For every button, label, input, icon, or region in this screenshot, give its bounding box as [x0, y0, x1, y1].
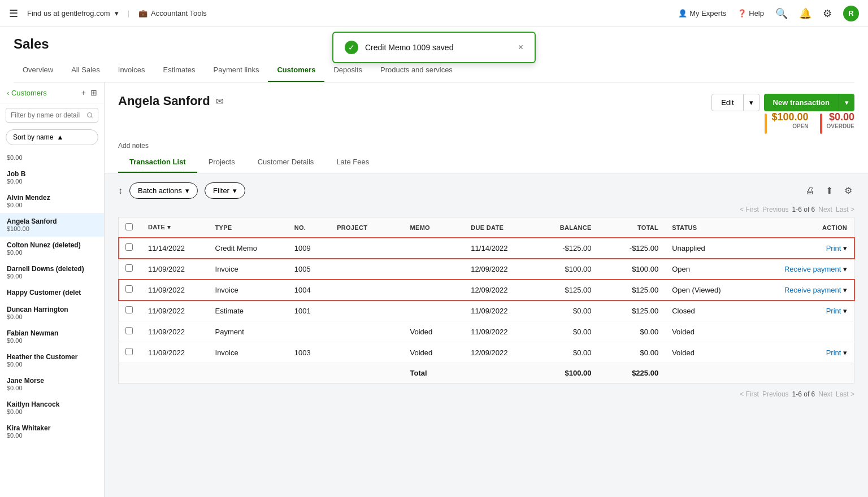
list-view-icon[interactable]: ⊞ — [90, 88, 97, 97]
row-2-receive-payment-link[interactable]: Receive payment — [784, 265, 841, 273]
batch-actions-button[interactable]: Batch actions ▾ — [129, 182, 198, 199]
tab-payment-links[interactable]: Payment links — [205, 59, 268, 82]
filter-button[interactable]: Filter ▾ — [205, 182, 245, 199]
pagination-bottom: < First Previous 1-6 of 6 Next Last > — [118, 383, 854, 398]
hamburger-icon[interactable]: ☰ — [9, 7, 18, 20]
select-all-checkbox[interactable] — [125, 223, 133, 230]
row-5-checkbox[interactable] — [125, 327, 133, 334]
export-icon-button[interactable]: ⬆ — [823, 183, 835, 198]
edit-dropdown-button[interactable]: ▾ — [744, 94, 760, 111]
tab-customer-details[interactable]: Customer Details — [246, 152, 326, 173]
row-checkbox-cell — [119, 280, 141, 300]
row-2-duedate: 12/09/2022 — [464, 259, 531, 280]
row-2-balance: $100.00 — [531, 259, 598, 280]
row-2-action-chevron[interactable]: ▾ — [843, 265, 847, 273]
last-page-bottom-link[interactable]: Last > — [836, 390, 854, 398]
previous-page-link[interactable]: Previous — [762, 206, 789, 213]
sidebar-item-colton-nunez[interactable]: Colton Nunez (deleted) $0.00 — [0, 237, 104, 260]
tab-all-sales[interactable]: All Sales — [62, 59, 109, 82]
row-1-checkbox[interactable] — [125, 243, 133, 251]
row-6-checkbox[interactable] — [125, 348, 133, 355]
next-page-link[interactable]: Next — [818, 206, 832, 213]
edit-button[interactable]: Edit — [711, 94, 743, 111]
row-6-action-chevron[interactable]: ▾ — [843, 348, 847, 357]
customers-back-link[interactable]: ‹ Customers — [7, 89, 47, 97]
tab-estimates[interactable]: Estimates — [154, 59, 204, 82]
row-2-status: Open — [665, 259, 744, 280]
customers-sidebar: ‹ Customers + ⊞ Sort by name ▲ $0.00 Job… — [0, 82, 105, 497]
search-input[interactable] — [6, 108, 98, 123]
batch-actions-label: Batch actions — [138, 186, 182, 195]
settings-icon[interactable]: ⚙ — [823, 7, 832, 20]
add-notes-link[interactable]: Add notes — [118, 135, 149, 154]
row-3-no: 1004 — [288, 280, 330, 300]
settings-icon-button[interactable]: ⚙ — [842, 183, 854, 198]
tab-invoices[interactable]: Invoices — [109, 59, 154, 82]
notification-icon[interactable]: 🔔 — [799, 7, 811, 20]
tab-overview[interactable]: Overview — [14, 59, 62, 82]
sidebar-item-fabian-newman[interactable]: Fabian Newman $0.00 — [0, 325, 104, 348]
row-5-status: Voided — [665, 321, 744, 342]
toast-close-button[interactable]: × — [518, 42, 523, 53]
sidebar-item-darnell-downs[interactable]: Darnell Downs (deleted) $0.00 — [0, 260, 104, 284]
col-date-header[interactable]: DATE ▾ — [141, 217, 209, 238]
row-3-action-chevron[interactable]: ▾ — [843, 286, 847, 294]
row-4-no: 1001 — [288, 300, 330, 321]
first-page-link[interactable]: < First — [740, 206, 759, 213]
row-4-project — [330, 300, 403, 321]
next-page-bottom-link[interactable]: Next — [818, 390, 832, 398]
sidebar-item-alvin-mendez[interactable]: Alvin Mendez $0.00 — [0, 189, 104, 213]
row-4-action-chevron[interactable]: ▾ — [843, 307, 847, 315]
tab-customers[interactable]: Customers — [268, 59, 324, 82]
row-2-checkbox[interactable] — [125, 264, 133, 272]
row-3-status: Open (Viewed) — [665, 280, 744, 300]
sidebar-item-angela-sanford[interactable]: Angela Sanford $100.00 — [0, 213, 104, 237]
sidebar-item-duncan-harrington[interactable]: Duncan Harrington $0.00 — [0, 301, 104, 325]
open-amount: $100.00 — [771, 111, 808, 123]
total-empty-2 — [141, 363, 209, 383]
tab-late-fees[interactable]: Late Fees — [325, 152, 380, 173]
brand-selector[interactable]: Find us at gentlefrog.com ▾ — [27, 9, 119, 18]
last-page-link[interactable]: Last > — [836, 206, 854, 213]
sidebar-item-jane-morse[interactable]: Jane Morse $0.00 — [0, 372, 104, 396]
tab-projects[interactable]: Projects — [197, 152, 246, 173]
accountant-tools-link[interactable]: 💼 Accountant Tools — [138, 9, 207, 18]
add-customer-icon[interactable]: + — [81, 88, 86, 97]
row-2-no: 1005 — [288, 259, 330, 280]
sidebar-item-kira-whitaker[interactable]: Kira Whitaker $0.00 — [0, 420, 104, 443]
new-transaction-button[interactable]: New transaction — [764, 94, 839, 111]
email-icon[interactable]: ✉ — [216, 96, 223, 107]
row-1-action-chevron[interactable]: ▾ — [843, 244, 847, 252]
sidebar-header: ‹ Customers + ⊞ — [0, 82, 104, 103]
row-5-no — [288, 321, 330, 342]
sort-direction-icon[interactable]: ↕ — [118, 186, 123, 196]
help-link[interactable]: ❓ Help — [737, 9, 764, 18]
total-empty-4 — [288, 363, 330, 383]
my-experts-link[interactable]: 👤 My Experts — [678, 9, 726, 18]
sidebar-item-job-b[interactable]: Job B $0.00 — [0, 165, 104, 189]
previous-page-bottom-link[interactable]: Previous — [762, 390, 789, 398]
row-3-receive-payment-link[interactable]: Receive payment — [784, 286, 841, 294]
row-4-checkbox[interactable] — [125, 306, 133, 313]
row-6-print-link[interactable]: Print — [826, 348, 841, 357]
sidebar-item-heather[interactable]: Heather the Customer $0.00 — [0, 348, 104, 372]
search-icon[interactable]: 🔍 — [775, 7, 788, 20]
briefcase-icon: 💼 — [138, 9, 147, 18]
first-page-bottom-link[interactable]: < First — [740, 390, 759, 398]
row-4-print-link[interactable]: Print — [826, 307, 841, 315]
total-empty-3 — [209, 363, 288, 383]
sort-by-name-button[interactable]: Sort by name ▲ — [6, 129, 98, 145]
row-6-no: 1003 — [288, 342, 330, 363]
sidebar-item-zero[interactable]: $0.00 — [0, 150, 104, 165]
avatar[interactable]: R — [843, 6, 859, 21]
sidebar-item-happy-customer[interactable]: Happy Customer (delet — [0, 284, 104, 301]
row-1-print-link[interactable]: Print — [826, 244, 841, 252]
tab-transaction-list[interactable]: Transaction List — [118, 152, 197, 173]
row-3-checkbox[interactable] — [125, 285, 133, 293]
new-transaction-dropdown-button[interactable]: ▾ — [839, 94, 854, 111]
sidebar-item-amount: $0.00 — [7, 154, 97, 161]
sidebar-item-kaitlyn-hancock[interactable]: Kaitlyn Hancock $0.00 — [0, 396, 104, 420]
row-3-memo — [403, 280, 465, 300]
row-3-total: $125.00 — [598, 280, 666, 300]
print-icon-button[interactable]: 🖨 — [803, 184, 817, 198]
